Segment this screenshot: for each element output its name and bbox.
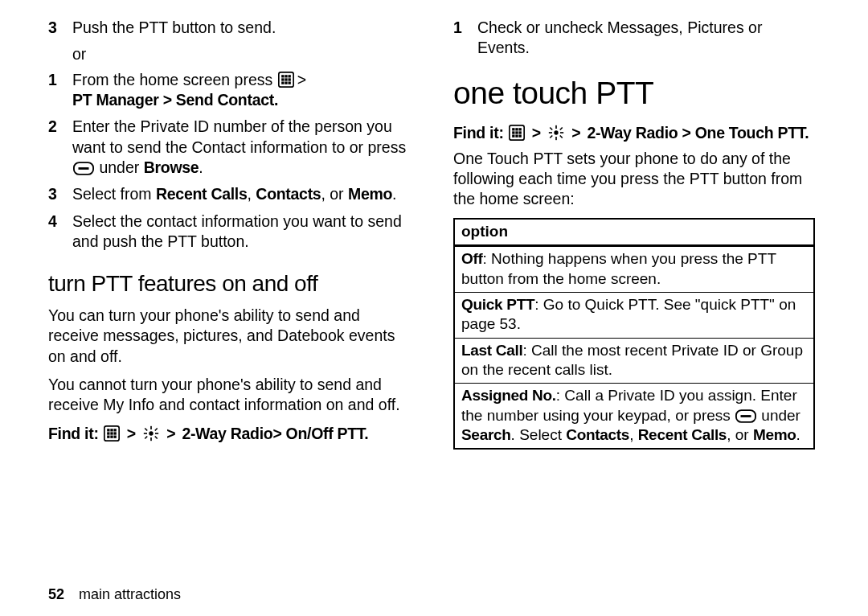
settings-gear-icon [143,425,159,441]
step-text: From the home screen press > PT Manager … [72,70,410,111]
right-column: 1 Check or uncheck Messages, Pictures or… [453,18,815,616]
softkey-icon [735,409,756,423]
or-text: or [72,44,410,64]
heading-one-touch-ptt: one touch PTT [453,73,815,114]
page-footer: 52main attractions [48,586,181,603]
step-text: Check or uncheck Messages, Pictures or E… [477,18,815,59]
table-row: Quick PTT: Go to Quick PTT. See "quick P… [455,293,813,339]
menu-grid-icon [509,125,525,141]
list-item: 1 Check or uncheck Messages, Pictures or… [453,18,815,59]
list-item: 2 Enter the Private ID number of the per… [48,117,410,178]
list-item: 1 From the home screen press > PT Manage… [48,70,410,111]
paragraph: You can turn your phone's ability to sen… [48,306,410,367]
page: 3 Push the PTT button to send. or 1 From… [0,0,868,616]
step-number: 1 [48,70,72,111]
table-row: Last Call: Call the most recent Private … [455,339,813,384]
list-item: 3 Select from Recent Calls, Contacts, or… [48,184,410,204]
left-column: 3 Push the PTT button to send. or 1 From… [48,18,410,616]
section-name: main attractions [79,586,181,602]
page-number: 52 [48,586,64,602]
paragraph: You cannot turn your phone's ability to … [48,375,410,416]
table-row: Assigned No.: Call a Private ID you assi… [455,384,813,448]
table-row: Off: Nothing happens when you press the … [455,247,813,293]
step-number: 3 [48,18,72,38]
find-it-line: Find it: > > 2-Way Radio> On/Off PTT. [48,424,410,444]
subheading-turn-ptt: turn PTT features on and off [48,269,410,298]
list-item: 4 Select the contact information you wan… [48,211,410,253]
step-text: Select from Recent Calls, Contacts, or M… [72,184,410,204]
step-text: Select the contact information you want … [72,211,410,253]
menu-grid-icon [278,72,294,88]
list-item: 3 Push the PTT button to send. [48,18,410,38]
menu-path: PT Manager > Send Contact. [72,91,278,109]
step-number: 2 [48,117,72,178]
option-table: option Off: Nothing happens when you pre… [453,218,815,450]
paragraph: One Touch PTT sets your phone to do any … [453,149,815,210]
softkey-icon [73,162,94,175]
step-text: Enter the Private ID number of the perso… [72,117,410,178]
table-header: option [455,220,813,248]
find-it-line: Find it: > > 2-Way Radio > One Touch PTT… [453,123,815,143]
step-number: 1 [453,18,477,59]
menu-grid-icon [104,425,120,441]
step-text: Push the PTT button to send. [72,18,410,38]
settings-gear-icon [548,125,564,141]
step-number: 4 [48,211,72,253]
step-number: 3 [48,184,72,204]
